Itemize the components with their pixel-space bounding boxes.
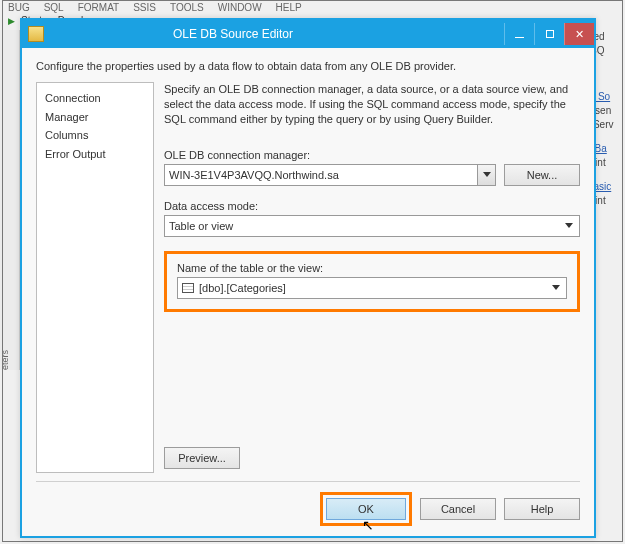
cancel-button[interactable]: Cancel bbox=[420, 498, 496, 520]
top-instruction: Configure the properties used by a data … bbox=[36, 60, 580, 72]
help-button[interactable]: Help bbox=[504, 498, 580, 520]
new-connection-button[interactable]: New... bbox=[504, 164, 580, 186]
table-or-view-dropdown[interactable]: [dbo].[Categories] bbox=[177, 277, 567, 299]
table-label: Name of the table or the view: bbox=[177, 262, 567, 274]
access-mode-label: Data access mode: bbox=[164, 200, 580, 212]
maximize-button[interactable] bbox=[534, 23, 564, 45]
page-description: Specify an OLE DB connection manager, a … bbox=[164, 82, 580, 127]
nav-columns[interactable]: Columns bbox=[45, 126, 145, 145]
nav-error-output[interactable]: Error Output bbox=[45, 145, 145, 164]
background-menubar: BUGSQL FORMATSSIS TOOLSWINDOW HELP bbox=[0, 0, 625, 13]
titlebar[interactable]: OLE DB Source Editor ✕ bbox=[22, 20, 594, 48]
minimize-button[interactable] bbox=[504, 23, 534, 45]
nav-connection-manager[interactable]: Connection Manager bbox=[45, 89, 145, 126]
side-tab: eters bbox=[0, 30, 20, 370]
data-access-mode-dropdown[interactable]: Table or view bbox=[164, 215, 580, 237]
connection-manager-value: WIN-3E1V4P3AVQQ.Northwind.sa bbox=[169, 169, 339, 181]
table-or-view-value: [dbo].[Categories] bbox=[199, 282, 286, 294]
play-icon: ▶ bbox=[8, 16, 15, 26]
preview-button[interactable]: Preview... bbox=[164, 447, 240, 469]
close-button[interactable]: ✕ bbox=[564, 23, 594, 45]
ok-highlight: OK ↖ bbox=[320, 492, 412, 526]
folder-icon bbox=[28, 26, 44, 42]
data-access-mode-value: Table or view bbox=[169, 220, 233, 232]
ok-button[interactable]: OK bbox=[326, 498, 406, 520]
conn-label: OLE DB connection manager: bbox=[164, 149, 580, 161]
ole-db-source-editor-dialog: OLE DB Source Editor ✕ Configure the pro… bbox=[20, 18, 596, 538]
table-view-highlight: Name of the table or the view: [dbo].[Ca… bbox=[164, 251, 580, 312]
table-icon bbox=[182, 283, 194, 293]
connection-manager-combo[interactable]: WIN-3E1V4P3AVQQ.Northwind.sa bbox=[164, 164, 496, 186]
chevron-down-icon bbox=[483, 172, 491, 177]
page-nav: Connection Manager Columns Error Output bbox=[36, 82, 154, 473]
chevron-down-icon bbox=[552, 285, 560, 290]
chevron-down-icon bbox=[565, 223, 573, 228]
dialog-title: OLE DB Source Editor bbox=[52, 27, 504, 41]
